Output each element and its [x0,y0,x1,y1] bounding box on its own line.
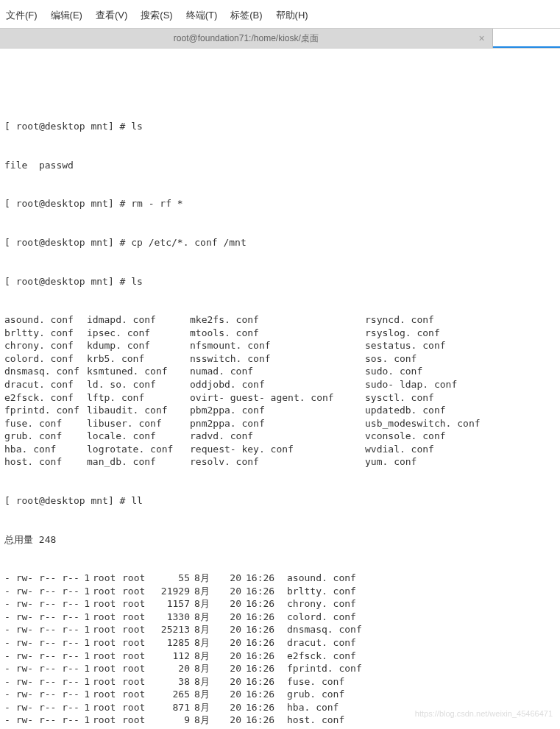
file-name: mke2fs. conf [190,313,365,327]
file-name: chrony. conf [4,339,87,352]
list-row: host. confman_db. confresolv. confyum. c… [4,455,556,469]
ll-time: 16:26 [241,623,281,636]
ll-time: 16:26 [241,585,281,598]
ll-name: asound. conf [281,572,356,585]
ll-day: 20 [216,650,241,663]
ll-name: dracut. conf [281,636,356,650]
ll-own1: root [90,701,122,714]
file-name: sos. conf [365,352,556,366]
ll-perm: - rw- r-- r-- [4,585,77,598]
ll-links: 1 [77,611,90,624]
ll-perm: - rw- r-- r-- [4,688,77,701]
ll-links: 1 [77,714,90,727]
file-name: vconsole. conf [365,430,556,443]
file-name: ld. so. conf [87,378,190,391]
tab-new-area[interactable] [493,29,560,48]
file-name: updatedb. conf [365,404,556,417]
ll-name: fprintd. conf [281,662,362,675]
menu-edit[interactable]: 编辑(E) [51,9,82,22]
file-name: nfsmount. conf [190,339,365,352]
file-name: sysctl. conf [365,391,556,405]
file-name: logrotate. conf [87,443,190,456]
ll-day: 20 [216,623,241,636]
ll-own1: root [90,597,122,611]
ll-size: 9 [153,714,190,727]
ll-name: hba. conf [281,701,339,714]
ll-links: 1 [77,675,90,689]
menu-file[interactable]: 文件(F) [6,9,38,22]
ll-own2: root [122,714,153,727]
ll-time: 16:26 [241,675,281,689]
ll-time: 16:26 [241,688,281,701]
ll-row: - rw- r-- r--1rootroot219298月2016:26brlt… [4,585,556,598]
ll-row: - rw- r-- r--1rootroot252138月2016:26dnsm… [4,623,556,636]
ll-size: 20 [153,662,190,675]
ll-day: 20 [216,636,241,650]
ll-time: 16:26 [241,650,281,663]
menu-tabs[interactable]: 标签(B) [230,9,262,22]
ll-perm: - rw- r-- r-- [4,714,77,727]
ll-own2: root [122,675,153,689]
ll-own2: root [122,623,153,636]
list-row: fprintd. conflibaudit. confpbm2ppa. conf… [4,404,556,417]
tab-title: root@foundation71:/home/kiosk/桌面 [174,32,319,45]
ll-mon: 8月 [190,597,216,611]
ll-links: 1 [77,597,90,611]
terminal-output[interactable]: [ root@desktop mnt] # ls file passwd [ r… [0,90,560,729]
ll-row: - rw- r-- r--1rootroot558月2016:26asound.… [4,572,556,585]
ll-row: - rw- r-- r--1rootroot388月2016:26fuse. c… [4,675,556,689]
ll-perm: - rw- r-- r-- [4,597,77,611]
ll-time: 16:26 [241,636,281,650]
prompt-line: [ root@desktop mnt] # cp /etc/*. conf /m… [4,236,556,249]
list-row: fuse. conflibuser. confpnm2ppa. confusb_… [4,417,556,430]
list-row: chrony. confkdump. confnfsmount. confses… [4,339,556,352]
file-name: ksmtuned. conf [87,365,190,378]
watermark-text: https://blog.csdn.net/weixin_45466471 [415,709,553,718]
ll-name: dnsmasq. conf [281,623,362,636]
terminal-tab[interactable]: root@foundation71:/home/kiosk/桌面 × [0,29,493,48]
file-name: fprintd. conf [4,404,87,417]
ll-size: 265 [153,688,190,701]
file-name: grub. conf [4,430,87,443]
file-name: wvdial. conf [365,443,556,456]
file-name: fuse. conf [4,417,87,430]
list-row: asound. confidmapd. confmke2fs. confrsyn… [4,313,556,327]
ll-mon: 8月 [190,662,216,675]
ll-own1: root [90,688,122,701]
ll-name: chrony. conf [281,597,356,611]
ll-own2: root [122,585,153,598]
ll-own1: root [90,650,122,663]
ll-perm: - rw- r-- r-- [4,675,77,689]
ll-size: 21929 [153,585,190,598]
ll-own1: root [90,636,122,650]
ll-day: 20 [216,611,241,624]
list-row: dnsmasq. confksmtuned. confnumad. confsu… [4,365,556,378]
file-name: dracut. conf [4,378,87,391]
ll-mon: 8月 [190,636,216,650]
ll-size: 112 [153,650,190,663]
menu-search[interactable]: 搜索(S) [141,9,172,22]
ll-perm: - rw- r-- r-- [4,662,77,675]
file-name: lftp. conf [87,391,190,405]
file-name: rsyslog. conf [365,327,556,340]
file-name: e2fsck. conf [4,391,87,405]
list-row: brltty. confipsec. confmtools. confrsysl… [4,327,556,340]
ll-own2: root [122,650,153,663]
close-icon[interactable]: × [478,32,484,44]
ll-links: 1 [77,662,90,675]
ll-perm: - rw- r-- r-- [4,611,77,624]
list-row: colord. confkrb5. confnsswitch. confsos.… [4,352,556,366]
ll-size: 871 [153,701,190,714]
ll-name: grub. conf [281,688,344,701]
menu-help[interactable]: 帮助(H) [276,9,308,22]
menu-view[interactable]: 查看(V) [96,9,127,22]
file-name: yum. conf [365,455,556,469]
menu-terminal[interactable]: 终端(T) [186,9,218,22]
ll-links: 1 [77,572,90,585]
ll-own1: root [90,714,122,727]
file-name: rsyncd. conf [365,313,556,327]
ll-perm: - rw- r-- r-- [4,650,77,663]
ll-own1: root [90,623,122,636]
ll-mon: 8月 [190,611,216,624]
ll-day: 20 [216,714,241,727]
